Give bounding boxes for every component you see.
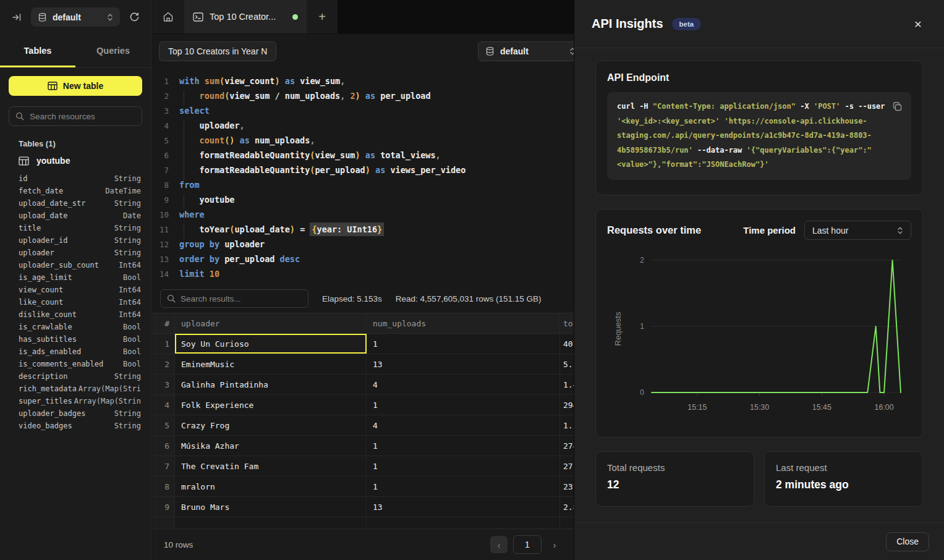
table-cell[interactable]: 407 bbox=[560, 334, 574, 354]
table-cell[interactable]: 1 bbox=[367, 334, 560, 354]
table-cell[interactable]: 5.1 bbox=[560, 354, 574, 374]
table-item-youtube[interactable]: youtube bbox=[9, 156, 142, 166]
curl-line: staging.com/.api/query-endpoints/a1c9b47… bbox=[617, 129, 883, 143]
table-cell[interactable]: 1 bbox=[367, 436, 560, 456]
table-cell[interactable]: 1 bbox=[367, 456, 560, 476]
schema-column-row[interactable]: view_countInt64 bbox=[9, 284, 142, 296]
query-tab[interactable]: Top 10 Creator... bbox=[184, 0, 307, 33]
schema-column-row[interactable]: video_badgesString bbox=[9, 420, 142, 432]
table-cell[interactable]: EminemMusic bbox=[175, 354, 367, 374]
sql-editor[interactable]: 1with sum(view_count) as view_sum,2 roun… bbox=[152, 68, 574, 284]
line-number: 5 bbox=[152, 136, 169, 145]
schema-column-row[interactable]: uploader_sub_countInt64 bbox=[9, 259, 142, 271]
table-cell[interactable]: Galinha Pintadinha bbox=[175, 375, 367, 394]
table-cell[interactable]: Bruno Mars bbox=[175, 497, 367, 517]
chevron-right-icon: › bbox=[553, 540, 556, 550]
indent-guide bbox=[184, 224, 184, 239]
schema-column-row[interactable]: is_age_limitBool bbox=[9, 271, 142, 284]
schema-column-row[interactable]: rich_metadataArray(Map(Stri bbox=[9, 383, 142, 395]
results-search-input[interactable] bbox=[181, 294, 302, 303]
resource-search-input[interactable] bbox=[30, 112, 139, 121]
table-cell[interactable]: 13 bbox=[367, 497, 560, 517]
table-cell[interactable]: Crazy Frog bbox=[175, 415, 367, 435]
table-cell[interactable]: 4 bbox=[367, 415, 560, 435]
table-row: 2EminemMusic135.1 bbox=[152, 354, 574, 375]
tab-tables-label: Tables bbox=[24, 46, 52, 56]
schema-column-row[interactable]: uploader_idString bbox=[9, 234, 142, 247]
selected-cell[interactable]: Soy Un Curioso bbox=[175, 334, 367, 354]
close-button[interactable]: Close bbox=[886, 532, 929, 551]
tab-strip: Top 10 Creator... + bbox=[152, 0, 574, 34]
prev-page-button[interactable]: ‹ bbox=[490, 536, 508, 553]
schema-column-row[interactable]: titleString bbox=[9, 222, 142, 234]
table-cell[interactable]: 1 bbox=[367, 395, 560, 415]
curl-line: 4b58958673b5/run' --data-raw '{"queryVar… bbox=[617, 143, 883, 158]
table-cell[interactable]: 294 bbox=[560, 395, 574, 415]
schema-column-row[interactable]: dislike_countInt64 bbox=[9, 308, 142, 321]
resource-search bbox=[9, 106, 142, 126]
tab-strip-spacer bbox=[338, 0, 574, 33]
schema-column-row[interactable]: is_crawlableBool bbox=[9, 321, 142, 333]
copy-button[interactable] bbox=[890, 99, 904, 114]
schema-column-row[interactable]: is_comments_enabledBool bbox=[9, 358, 142, 370]
table-cell[interactable]: 274 bbox=[560, 436, 574, 456]
schema-column-row[interactable]: fetch_dateDateTime bbox=[9, 185, 142, 197]
panel-close-button[interactable]: × bbox=[909, 15, 927, 33]
schema-column-row[interactable]: idString bbox=[9, 172, 142, 185]
home-button[interactable] bbox=[152, 0, 184, 33]
table-row: 8mralorn1237 bbox=[152, 477, 574, 497]
table-row: 7The Crevatin Fam1271 bbox=[152, 456, 574, 477]
page-number[interactable]: 1 bbox=[513, 535, 542, 554]
table-cell[interactable]: 1 bbox=[367, 477, 560, 496]
database-selector[interactable]: default bbox=[31, 7, 120, 27]
curl-code-block: curl -H "Content-Type: application/json"… bbox=[607, 92, 911, 180]
svg-text:15:30: 15:30 bbox=[750, 403, 769, 412]
table-row: 9Bruno Mars132.8 bbox=[152, 497, 574, 517]
new-table-button[interactable]: New table bbox=[9, 76, 142, 96]
refresh-button[interactable] bbox=[126, 9, 142, 25]
time-period-select[interactable]: Last hour bbox=[804, 221, 911, 240]
tab-tables[interactable]: Tables bbox=[0, 34, 75, 67]
collapse-sidebar-button[interactable] bbox=[9, 9, 25, 25]
schema-column-row[interactable]: is_ads_enabledBool bbox=[9, 346, 142, 358]
table-cell[interactable]: 4 bbox=[367, 375, 560, 394]
table-cell[interactable]: 237 bbox=[560, 477, 574, 496]
search-icon bbox=[15, 112, 24, 121]
schema-column-row[interactable]: like_countInt64 bbox=[9, 296, 142, 308]
table-cell[interactable]: Folk Experience bbox=[175, 395, 367, 415]
table-cell[interactable]: Músika Azhar bbox=[175, 436, 367, 456]
new-tab-button[interactable]: + bbox=[307, 0, 338, 33]
schema-column-name: dislike_count bbox=[19, 310, 77, 319]
indent-guide bbox=[184, 150, 184, 165]
schema-column-row[interactable]: upload_date_strString bbox=[9, 197, 142, 210]
table-cell[interactable]: 13 bbox=[367, 354, 560, 374]
schema-column-row[interactable]: uploaderString bbox=[9, 247, 142, 259]
header-cell[interactable]: num_uploads bbox=[367, 313, 560, 333]
schema-column-row[interactable]: has_subtitlesBool bbox=[9, 333, 142, 346]
code-line: 8from bbox=[152, 177, 574, 192]
row-number-cell: 5 bbox=[152, 415, 175, 435]
table-cell[interactable]: 1.4 bbox=[560, 375, 574, 394]
tab-queries[interactable]: Queries bbox=[75, 34, 151, 67]
row-number-cell: 3 bbox=[152, 375, 175, 394]
table-cell[interactable]: mralorn bbox=[175, 477, 367, 496]
indent-guide bbox=[184, 195, 184, 210]
elapsed-text: Elapsed: 5.153s bbox=[322, 294, 382, 303]
table-cell[interactable]: 271 bbox=[560, 456, 574, 476]
table-cell[interactable]: The Crevatin Fam bbox=[175, 456, 367, 476]
active-tab-underline bbox=[0, 66, 75, 67]
header-cell[interactable]: uploader bbox=[175, 313, 367, 333]
header-cell[interactable]: total_views bbox=[560, 313, 574, 333]
schema-column-row[interactable]: super_titlesArray(Map(Strin bbox=[9, 395, 142, 407]
query-title-button[interactable]: Top 10 Creators in Year N bbox=[159, 41, 276, 61]
next-page-button[interactable]: › bbox=[547, 540, 562, 550]
table-cell[interactable]: 1.1 bbox=[560, 415, 574, 435]
table-cell[interactable]: 2.8 bbox=[560, 497, 574, 517]
schema-column-row[interactable]: upload_dateDate bbox=[9, 210, 142, 222]
header-cell[interactable]: # bbox=[152, 313, 175, 333]
editor-database-selector[interactable]: default bbox=[478, 41, 574, 61]
schema-column-row[interactable]: descriptionString bbox=[9, 370, 142, 383]
schema-column-row[interactable]: uploader_badgesString bbox=[9, 407, 142, 420]
code-line-content: from bbox=[169, 180, 200, 190]
sidebar: default Tables Queries bbox=[0, 0, 151, 560]
